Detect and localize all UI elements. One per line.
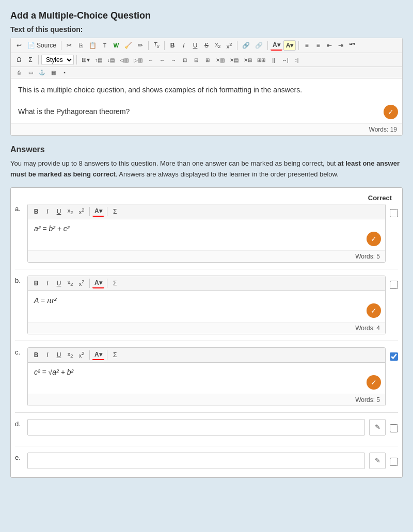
copy-btn[interactable]: ⎘	[75, 41, 86, 50]
check-btn[interactable]: ✓	[384, 105, 398, 119]
answer-a-check[interactable]: ✓	[367, 232, 381, 246]
superscript-btn[interactable]: x2	[224, 41, 234, 51]
styles-select[interactable]: Styles	[41, 55, 74, 65]
table-del-row[interactable]: ✕▤	[228, 56, 241, 64]
c-font-color-btn[interactable]: A▾	[92, 350, 104, 360]
c-italic-btn[interactable]: I	[42, 350, 53, 360]
table-row-after[interactable]: ↓▤	[105, 56, 117, 64]
b-italic-btn[interactable]: I	[42, 279, 53, 288]
anchor-btn[interactable]: ⚓	[37, 69, 47, 76]
a-underline-btn[interactable]: U	[54, 207, 64, 216]
remove-format-btn[interactable]: Tx	[151, 40, 162, 50]
image-btn2[interactable]: ▭	[25, 69, 36, 76]
unlink-btn[interactable]: 🔗	[253, 41, 265, 50]
answer-b-body[interactable]: A = πr² ✓	[28, 291, 385, 322]
answer-label-e: e.	[15, 453, 23, 461]
b-underline-btn[interactable]: U	[54, 279, 64, 288]
c-subscript-btn[interactable]: x2	[65, 350, 75, 360]
answer-d-input-row: ✎	[27, 419, 386, 436]
answer-a-correct-checkbox[interactable]	[390, 209, 398, 217]
caption-toggle[interactable]: ||	[268, 56, 279, 64]
table-align-left[interactable]: ←	[146, 56, 156, 64]
a-sigma-btn[interactable]: Σ	[110, 207, 120, 216]
table-btn[interactable]: ⊞▾	[80, 55, 92, 65]
blockquote-btn[interactable]: ❝❞	[347, 41, 357, 50]
paste-btn[interactable]: 📋	[87, 41, 99, 50]
mini-toolbar-b: B I U x2 x2 A▾ Σ	[28, 276, 385, 291]
sigma-btn[interactable]: Σ	[25, 55, 36, 65]
table-split-v[interactable]: ⊞	[202, 56, 213, 64]
a-font-color-btn[interactable]: A▾	[92, 206, 104, 217]
answer-d-edit-btn[interactable]: ✎	[369, 419, 386, 436]
answer-c-check[interactable]: ✓	[367, 375, 381, 390]
table-del-col[interactable]: ✕▥	[214, 56, 227, 64]
paste-text-btn[interactable]: T	[100, 42, 110, 50]
answer-d-correct-checkbox[interactable]	[390, 424, 398, 432]
table2-btn[interactable]: ▦	[48, 69, 58, 76]
answer-e-edit-btn[interactable]: ✎	[369, 453, 386, 469]
a-subscript-btn[interactable]: x2	[65, 206, 75, 216]
c-bold-btn[interactable]: B	[31, 350, 41, 360]
answer-row-a: a. B I U x2 x2 A▾ Σ a² = b² +	[15, 204, 398, 269]
underline-btn[interactable]: U	[190, 41, 200, 50]
answer-e-input[interactable]	[27, 453, 365, 469]
table-del[interactable]: ✕⊞	[242, 56, 254, 64]
page-title: Add a Multiple-Choice Question	[10, 10, 403, 21]
table3-btn[interactable]: ▪	[59, 69, 70, 76]
bg-color-btn[interactable]: A▾	[283, 40, 296, 51]
b-bold-btn[interactable]: B	[31, 279, 41, 288]
font-color-btn[interactable]: A▾	[271, 40, 282, 51]
merge-cells[interactable]: ⊞⊞	[255, 56, 267, 64]
source-btn[interactable]: 📄 Source	[25, 41, 58, 50]
clean-btn[interactable]: 🧹	[122, 41, 134, 50]
answers-description: You may provide up to 8 answers to this …	[10, 158, 403, 180]
answer-b-correct-checkbox[interactable]	[390, 281, 398, 289]
b-subscript-btn[interactable]: x2	[65, 278, 75, 288]
undo-btn[interactable]: ↩	[14, 41, 24, 50]
ul-btn[interactable]: ≡	[313, 41, 323, 50]
c-underline-btn[interactable]: U	[54, 350, 64, 360]
ol-btn[interactable]: ≡	[301, 41, 312, 50]
table-align-center[interactable]: ↔	[157, 56, 167, 64]
table-col-before[interactable]: ◁▥	[118, 56, 131, 64]
italic-btn[interactable]: I	[179, 41, 189, 50]
table-align-right[interactable]: →	[168, 56, 179, 64]
a-bold-btn[interactable]: B	[31, 207, 41, 216]
answer-editor-b: B I U x2 x2 A▾ Σ A = πr² ✓ Words: 4	[27, 276, 386, 334]
b-sigma-btn[interactable]: Σ	[110, 279, 120, 288]
a-superscript-btn[interactable]: x2	[76, 206, 87, 216]
subscript-btn[interactable]: x2	[213, 40, 223, 50]
bold-btn[interactable]: B	[167, 41, 178, 50]
answer-b-check[interactable]: ✓	[367, 303, 381, 318]
answer-row-c: c. B I U x2 x2 A▾ Σ c² = √a²	[15, 347, 398, 413]
outdent-btn[interactable]: ⇤	[324, 41, 335, 50]
table-row-before[interactable]: ↑▤	[93, 56, 104, 64]
row-span[interactable]: ↕|	[292, 56, 302, 64]
answer-d-input[interactable]	[27, 419, 365, 436]
answer-e-input-row: ✎	[27, 453, 386, 469]
indent-btn[interactable]: ⇥	[336, 41, 346, 50]
table-split-h[interactable]: ⊟	[191, 56, 201, 64]
question-editor-body[interactable]: This is a multiple choice question, and …	[11, 78, 402, 123]
link-btn[interactable]: 🔗	[240, 41, 252, 50]
mini-toolbar-a: B I U x2 x2 A▾ Σ	[28, 204, 385, 219]
paste-word-btn[interactable]: W	[111, 41, 121, 50]
answers-title: Answers	[10, 145, 403, 154]
page-break-btn[interactable]: ⎙	[14, 69, 24, 76]
answer-c-body[interactable]: c² = √a² + b² ✓	[28, 363, 385, 394]
cut-btn[interactable]: ✂	[64, 41, 74, 50]
omega-btn[interactable]: Ω	[14, 55, 24, 65]
table-col-after[interactable]: ▷▥	[132, 56, 145, 64]
c-superscript-btn[interactable]: x2	[76, 350, 87, 360]
pencil-btn[interactable]: ✏	[135, 41, 146, 50]
a-italic-btn[interactable]: I	[42, 207, 53, 216]
c-sigma-btn[interactable]: Σ	[110, 350, 120, 360]
b-superscript-btn[interactable]: x2	[76, 278, 87, 288]
answer-a-body[interactable]: a² = b² + c² ✓	[28, 219, 385, 250]
answer-c-correct-checkbox[interactable]	[390, 352, 398, 361]
strike-btn[interactable]: S	[201, 41, 212, 50]
table-merge[interactable]: ⊡	[180, 56, 190, 64]
col-span[interactable]: ↔|	[280, 56, 291, 64]
answer-e-correct-checkbox[interactable]	[390, 458, 398, 466]
b-font-color-btn[interactable]: A▾	[92, 278, 104, 288]
